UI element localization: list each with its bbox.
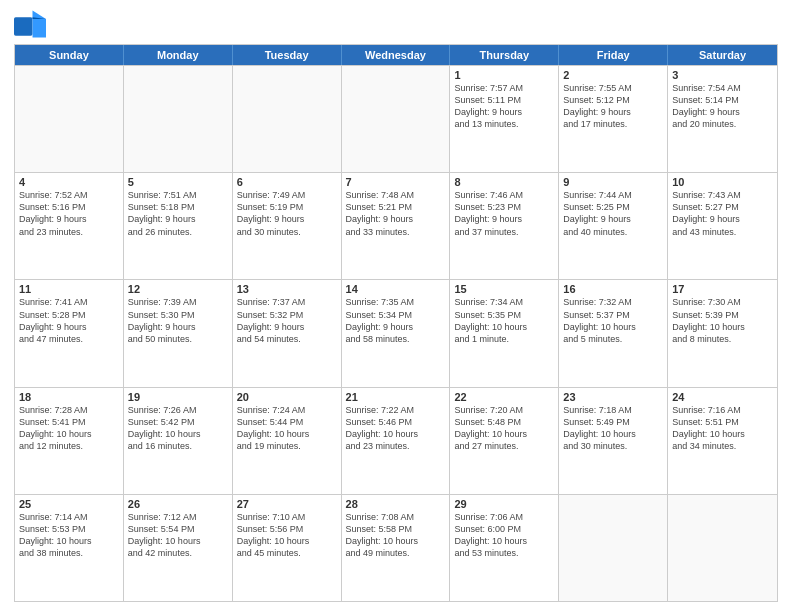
day-info: Sunrise: 7:28 AM Sunset: 5:41 PM Dayligh… [19,404,119,453]
header [14,10,778,38]
logo [14,10,48,38]
day-info: Sunrise: 7:22 AM Sunset: 5:46 PM Dayligh… [346,404,446,453]
day-info: Sunrise: 7:08 AM Sunset: 5:58 PM Dayligh… [346,511,446,560]
weekday-header-saturday: Saturday [668,45,777,65]
day-info: Sunrise: 7:24 AM Sunset: 5:44 PM Dayligh… [237,404,337,453]
calendar-cell: 16Sunrise: 7:32 AM Sunset: 5:37 PM Dayli… [559,280,668,386]
day-info: Sunrise: 7:14 AM Sunset: 5:53 PM Dayligh… [19,511,119,560]
calendar-cell [342,66,451,172]
day-info: Sunrise: 7:20 AM Sunset: 5:48 PM Dayligh… [454,404,554,453]
calendar-cell: 14Sunrise: 7:35 AM Sunset: 5:34 PM Dayli… [342,280,451,386]
calendar-cell: 19Sunrise: 7:26 AM Sunset: 5:42 PM Dayli… [124,388,233,494]
svg-marker-1 [33,11,46,38]
weekday-header-thursday: Thursday [450,45,559,65]
calendar-cell: 12Sunrise: 7:39 AM Sunset: 5:30 PM Dayli… [124,280,233,386]
calendar-cell: 5Sunrise: 7:51 AM Sunset: 5:18 PM Daylig… [124,173,233,279]
page: SundayMondayTuesdayWednesdayThursdayFrid… [0,0,792,612]
calendar: SundayMondayTuesdayWednesdayThursdayFrid… [14,44,778,602]
calendar-cell: 13Sunrise: 7:37 AM Sunset: 5:32 PM Dayli… [233,280,342,386]
day-info: Sunrise: 7:44 AM Sunset: 5:25 PM Dayligh… [563,189,663,238]
day-info: Sunrise: 7:18 AM Sunset: 5:49 PM Dayligh… [563,404,663,453]
calendar-cell: 26Sunrise: 7:12 AM Sunset: 5:54 PM Dayli… [124,495,233,601]
generalblue-logo-icon [14,10,46,38]
day-info: Sunrise: 7:32 AM Sunset: 5:37 PM Dayligh… [563,296,663,345]
day-info: Sunrise: 7:30 AM Sunset: 5:39 PM Dayligh… [672,296,773,345]
calendar-cell: 17Sunrise: 7:30 AM Sunset: 5:39 PM Dayli… [668,280,777,386]
calendar-cell: 23Sunrise: 7:18 AM Sunset: 5:49 PM Dayli… [559,388,668,494]
day-number: 8 [454,176,554,188]
weekday-header-tuesday: Tuesday [233,45,342,65]
day-info: Sunrise: 7:41 AM Sunset: 5:28 PM Dayligh… [19,296,119,345]
calendar-body: 1Sunrise: 7:57 AM Sunset: 5:11 PM Daylig… [15,65,777,601]
calendar-cell: 7Sunrise: 7:48 AM Sunset: 5:21 PM Daylig… [342,173,451,279]
day-number: 3 [672,69,773,81]
calendar-row-4: 18Sunrise: 7:28 AM Sunset: 5:41 PM Dayli… [15,387,777,494]
calendar-cell: 11Sunrise: 7:41 AM Sunset: 5:28 PM Dayli… [15,280,124,386]
day-number: 20 [237,391,337,403]
calendar-cell: 2Sunrise: 7:55 AM Sunset: 5:12 PM Daylig… [559,66,668,172]
weekday-header-sunday: Sunday [15,45,124,65]
day-number: 10 [672,176,773,188]
calendar-cell: 28Sunrise: 7:08 AM Sunset: 5:58 PM Dayli… [342,495,451,601]
calendar-cell: 4Sunrise: 7:52 AM Sunset: 5:16 PM Daylig… [15,173,124,279]
day-info: Sunrise: 7:34 AM Sunset: 5:35 PM Dayligh… [454,296,554,345]
day-info: Sunrise: 7:57 AM Sunset: 5:11 PM Dayligh… [454,82,554,131]
day-number: 4 [19,176,119,188]
calendar-cell [668,495,777,601]
day-number: 6 [237,176,337,188]
day-info: Sunrise: 7:06 AM Sunset: 6:00 PM Dayligh… [454,511,554,560]
day-info: Sunrise: 7:12 AM Sunset: 5:54 PM Dayligh… [128,511,228,560]
weekday-header-friday: Friday [559,45,668,65]
day-number: 1 [454,69,554,81]
day-number: 7 [346,176,446,188]
calendar-cell [15,66,124,172]
day-number: 5 [128,176,228,188]
calendar-cell: 22Sunrise: 7:20 AM Sunset: 5:48 PM Dayli… [450,388,559,494]
calendar-header: SundayMondayTuesdayWednesdayThursdayFrid… [15,45,777,65]
day-info: Sunrise: 7:48 AM Sunset: 5:21 PM Dayligh… [346,189,446,238]
calendar-cell: 9Sunrise: 7:44 AM Sunset: 5:25 PM Daylig… [559,173,668,279]
calendar-cell: 25Sunrise: 7:14 AM Sunset: 5:53 PM Dayli… [15,495,124,601]
day-info: Sunrise: 7:52 AM Sunset: 5:16 PM Dayligh… [19,189,119,238]
day-number: 23 [563,391,663,403]
day-info: Sunrise: 7:10 AM Sunset: 5:56 PM Dayligh… [237,511,337,560]
day-number: 25 [19,498,119,510]
day-number: 22 [454,391,554,403]
calendar-cell: 8Sunrise: 7:46 AM Sunset: 5:23 PM Daylig… [450,173,559,279]
day-info: Sunrise: 7:43 AM Sunset: 5:27 PM Dayligh… [672,189,773,238]
day-info: Sunrise: 7:49 AM Sunset: 5:19 PM Dayligh… [237,189,337,238]
weekday-header-monday: Monday [124,45,233,65]
day-info: Sunrise: 7:35 AM Sunset: 5:34 PM Dayligh… [346,296,446,345]
day-info: Sunrise: 7:16 AM Sunset: 5:51 PM Dayligh… [672,404,773,453]
calendar-cell [124,66,233,172]
day-info: Sunrise: 7:46 AM Sunset: 5:23 PM Dayligh… [454,189,554,238]
calendar-cell: 18Sunrise: 7:28 AM Sunset: 5:41 PM Dayli… [15,388,124,494]
calendar-cell [559,495,668,601]
day-number: 16 [563,283,663,295]
day-info: Sunrise: 7:26 AM Sunset: 5:42 PM Dayligh… [128,404,228,453]
day-number: 29 [454,498,554,510]
day-info: Sunrise: 7:51 AM Sunset: 5:18 PM Dayligh… [128,189,228,238]
calendar-cell: 3Sunrise: 7:54 AM Sunset: 5:14 PM Daylig… [668,66,777,172]
calendar-cell: 29Sunrise: 7:06 AM Sunset: 6:00 PM Dayli… [450,495,559,601]
day-number: 21 [346,391,446,403]
calendar-row-3: 11Sunrise: 7:41 AM Sunset: 5:28 PM Dayli… [15,279,777,386]
day-number: 27 [237,498,337,510]
day-number: 11 [19,283,119,295]
weekday-header-wednesday: Wednesday [342,45,451,65]
calendar-cell: 27Sunrise: 7:10 AM Sunset: 5:56 PM Dayli… [233,495,342,601]
svg-rect-0 [14,17,33,36]
day-number: 17 [672,283,773,295]
calendar-cell: 6Sunrise: 7:49 AM Sunset: 5:19 PM Daylig… [233,173,342,279]
day-number: 18 [19,391,119,403]
day-number: 28 [346,498,446,510]
day-info: Sunrise: 7:39 AM Sunset: 5:30 PM Dayligh… [128,296,228,345]
day-info: Sunrise: 7:37 AM Sunset: 5:32 PM Dayligh… [237,296,337,345]
calendar-row-1: 1Sunrise: 7:57 AM Sunset: 5:11 PM Daylig… [15,65,777,172]
day-number: 19 [128,391,228,403]
calendar-cell: 10Sunrise: 7:43 AM Sunset: 5:27 PM Dayli… [668,173,777,279]
day-number: 13 [237,283,337,295]
calendar-cell: 1Sunrise: 7:57 AM Sunset: 5:11 PM Daylig… [450,66,559,172]
calendar-row-5: 25Sunrise: 7:14 AM Sunset: 5:53 PM Dayli… [15,494,777,601]
day-number: 26 [128,498,228,510]
